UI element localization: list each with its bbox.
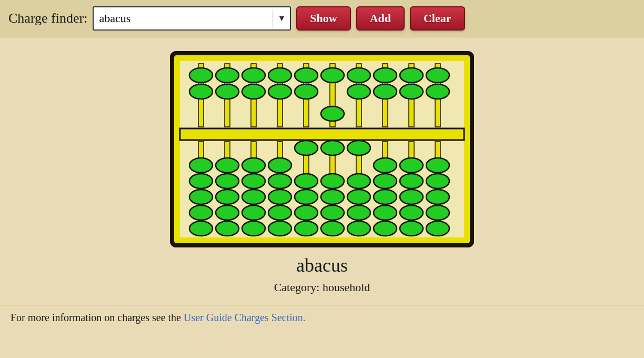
svg-point-25 xyxy=(347,68,370,83)
svg-point-76 xyxy=(347,205,370,220)
svg-point-17 xyxy=(242,68,265,83)
footer-prefix: For more information on charges see the xyxy=(11,312,184,323)
svg-point-50 xyxy=(216,190,239,204)
svg-point-91 xyxy=(426,205,449,220)
svg-point-46 xyxy=(189,205,213,220)
svg-point-27 xyxy=(374,68,397,83)
footer-text: For more information on charges see the … xyxy=(0,305,644,330)
svg-point-66 xyxy=(295,174,318,188)
svg-point-15 xyxy=(216,68,239,83)
svg-point-80 xyxy=(374,190,397,204)
svg-point-23 xyxy=(321,68,344,83)
user-guide-link[interactable]: User Guide Charges Section. xyxy=(184,312,306,323)
svg-point-20 xyxy=(268,84,291,99)
svg-point-31 xyxy=(426,68,449,83)
category-text: Category: household xyxy=(274,281,370,294)
svg-point-16 xyxy=(216,84,239,99)
svg-point-55 xyxy=(242,190,265,204)
svg-point-65 xyxy=(295,190,318,204)
top-bar: Charge finder: ▼ Show Add Clear xyxy=(0,0,644,37)
charge-name: abacus xyxy=(296,254,348,276)
svg-point-81 xyxy=(374,205,397,220)
svg-point-69 xyxy=(321,174,344,188)
svg-point-49 xyxy=(216,174,239,188)
abacus-image xyxy=(169,51,475,248)
main-content: abacus Category: household xyxy=(0,37,644,300)
svg-point-24 xyxy=(321,106,344,121)
svg-point-83 xyxy=(400,158,423,173)
svg-point-67 xyxy=(295,221,318,236)
svg-point-82 xyxy=(374,221,397,236)
svg-point-62 xyxy=(268,221,291,236)
svg-point-63 xyxy=(295,141,318,155)
svg-point-71 xyxy=(321,205,344,220)
svg-point-72 xyxy=(321,221,344,236)
svg-point-56 xyxy=(242,205,265,220)
svg-point-28 xyxy=(374,84,397,99)
svg-point-30 xyxy=(400,84,423,99)
svg-point-44 xyxy=(189,174,213,188)
svg-point-21 xyxy=(295,68,318,83)
svg-point-59 xyxy=(268,174,291,188)
svg-rect-2 xyxy=(180,128,464,140)
svg-point-18 xyxy=(242,84,265,99)
svg-point-54 xyxy=(242,174,265,188)
dropdown-icon[interactable]: ▼ xyxy=(273,9,290,27)
svg-point-89 xyxy=(426,174,449,188)
svg-point-61 xyxy=(268,205,291,220)
charge-finder-label: Charge finder: xyxy=(8,11,87,26)
add-button[interactable]: Add xyxy=(356,6,405,31)
svg-point-86 xyxy=(400,205,423,220)
svg-point-52 xyxy=(216,221,239,236)
svg-point-51 xyxy=(216,205,239,220)
svg-point-19 xyxy=(268,68,291,83)
svg-point-57 xyxy=(242,221,265,236)
svg-point-29 xyxy=(400,68,423,83)
svg-point-26 xyxy=(347,84,370,99)
svg-point-58 xyxy=(268,158,291,173)
svg-point-73 xyxy=(347,141,370,155)
svg-point-74 xyxy=(347,174,370,188)
svg-point-32 xyxy=(426,84,449,99)
svg-point-43 xyxy=(189,158,213,173)
svg-point-85 xyxy=(400,190,423,204)
svg-point-47 xyxy=(189,221,213,236)
svg-point-90 xyxy=(426,190,449,204)
svg-point-92 xyxy=(426,221,449,236)
svg-point-75 xyxy=(347,190,370,204)
search-input[interactable] xyxy=(94,7,273,29)
svg-point-88 xyxy=(426,158,449,173)
svg-point-78 xyxy=(374,158,397,173)
show-button[interactable]: Show xyxy=(296,6,350,31)
svg-point-79 xyxy=(374,174,397,188)
svg-point-53 xyxy=(242,158,265,173)
svg-point-14 xyxy=(189,84,213,99)
svg-point-45 xyxy=(189,190,213,204)
svg-point-77 xyxy=(347,221,370,236)
svg-point-13 xyxy=(189,68,213,83)
svg-point-64 xyxy=(295,205,318,220)
search-wrapper: ▼ xyxy=(93,6,291,31)
svg-point-22 xyxy=(295,84,318,99)
svg-point-70 xyxy=(321,190,344,204)
clear-button[interactable]: Clear xyxy=(410,6,465,31)
svg-point-48 xyxy=(216,158,239,173)
svg-point-60 xyxy=(268,190,291,204)
svg-point-87 xyxy=(400,221,423,236)
svg-point-68 xyxy=(321,141,344,155)
svg-point-84 xyxy=(400,174,423,188)
